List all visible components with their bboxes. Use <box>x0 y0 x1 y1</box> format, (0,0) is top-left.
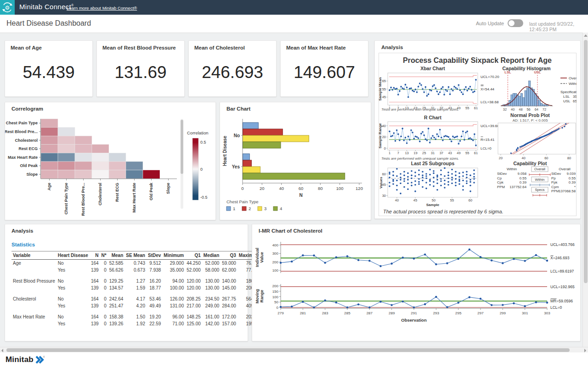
table-row: CholesterolNo1640242.644.1753.46126.0020… <box>11 296 261 302</box>
page-header: Heart Disease Dashboard Auto Update last… <box>0 15 588 33</box>
kpi-label: Mean of Max Heart Rate <box>286 45 346 50</box>
column-header: SE Mean <box>124 251 147 260</box>
svg-text:100: 100 <box>336 186 344 191</box>
svg-text:Within: Within <box>569 82 577 86</box>
minitab-chevron-icon: ® <box>35 356 45 364</box>
svg-text:Individual: Individual <box>255 248 260 267</box>
column-header: Minimum <box>162 251 185 260</box>
svg-text:Tests are performed with unequ: Tests are performed with unequal sample … <box>381 107 459 112</box>
svg-text:The actual process spread is r: The actual process spread is represented… <box>383 209 503 214</box>
svg-text:Last 25 Subgroups: Last 25 Subgroups <box>411 161 455 166</box>
dashboard-page: ⚙ Minitab Connect® Learn more about Mini… <box>0 0 588 368</box>
table-row: Yes1390139.261.9222.5971.00125.00142.001… <box>11 320 261 327</box>
svg-text:Within: Within <box>507 167 517 171</box>
svg-text:55: 55 <box>465 151 469 155</box>
svg-text:45: 45 <box>382 95 386 99</box>
panel-imr-chart: I-MR Chart of Cholesterol 100200300400UC… <box>252 224 581 341</box>
svg-text:60: 60 <box>382 172 386 176</box>
svg-text:®: ® <box>43 356 45 358</box>
svg-text:⚙: ⚙ <box>5 5 10 11</box>
sync-gear-icon: ⚙ <box>1 1 13 13</box>
svg-text:Cpm: Cpm <box>551 185 559 189</box>
svg-text:Specs: Specs <box>535 188 545 192</box>
svg-text:300: 300 <box>272 251 279 256</box>
svg-text:281: 281 <box>300 311 306 315</box>
horizontal-scroll-thumb[interactable] <box>6 348 570 352</box>
minitab-connect-logo[interactable]: ⚙ <box>0 0 15 15</box>
svg-text:Tests are performed with unequ: Tests are performed with unequal sample … <box>381 156 459 161</box>
svg-text:Specifications: Specifications <box>560 90 577 94</box>
svg-text:60: 60 <box>299 186 304 191</box>
panel-sixpack-analysis: Analysis Process Capability Sixpack Repo… <box>374 40 581 219</box>
correlogram-scroll-thumb[interactable] <box>181 120 183 174</box>
svg-text:Cholesterol: Cholesterol <box>98 183 103 206</box>
svg-text:Overall: Overall <box>534 167 545 171</box>
statistics-heading[interactable]: Statistics <box>11 242 35 247</box>
auto-update-toggle[interactable] <box>508 19 523 27</box>
svg-text:Yes: Yes <box>232 164 240 169</box>
svg-text:*: * <box>574 185 576 189</box>
panel-title: I-MR Chart of Cholesterol <box>259 228 322 234</box>
svg-text:49: 49 <box>457 151 460 155</box>
svg-text:Capability Plot: Capability Plot <box>514 161 547 166</box>
svg-text:LSL: LSL <box>563 95 570 99</box>
svg-text:0.55: 0.55 <box>520 176 527 180</box>
svg-text:0: 0 <box>277 306 279 310</box>
top-bar: ⚙ Minitab Connect® Learn more about Mini… <box>0 0 588 15</box>
svg-text:0.39: 0.39 <box>520 180 526 184</box>
svg-text:7: 7 <box>397 151 399 155</box>
svg-text:293: 293 <box>433 311 440 315</box>
kpi-value: 54.439 <box>5 63 92 82</box>
scroll-left-arrow[interactable] <box>1 349 3 352</box>
svg-text:40: 40 <box>382 124 386 128</box>
svg-text:Observation: Observation <box>401 318 427 323</box>
svg-text:Ppk: Ppk <box>551 180 558 184</box>
svg-text:LSL: LSL <box>504 70 511 74</box>
svg-text:AD: 1.517, P: < 0.005: AD: 1.517, P: < 0.005 <box>513 118 548 123</box>
svg-text:X=246.693: X=246.693 <box>550 256 570 260</box>
table-row: Max Heart RateNo1640158.381.5019.2096.00… <box>11 313 261 320</box>
column-header: N <box>90 251 100 260</box>
learn-more-link[interactable]: Learn more about Minitab Connect® <box>67 6 137 11</box>
svg-text:61: 61 <box>474 151 478 155</box>
svg-text:3: 3 <box>264 206 266 211</box>
svg-text:Values: Values <box>379 177 383 189</box>
svg-text:Heart Disease: Heart Disease <box>222 135 227 166</box>
svg-text:R Chart: R Chart <box>424 115 441 120</box>
vertical-scroll-thumb[interactable] <box>584 40 588 283</box>
svg-text:Sample Mean: Sample Mean <box>379 77 382 100</box>
svg-text:19: 19 <box>413 151 417 155</box>
svg-text:60: 60 <box>544 156 548 160</box>
svg-text:37: 37 <box>440 151 443 155</box>
svg-text:200: 200 <box>272 260 279 264</box>
column-header: N* <box>100 251 108 260</box>
svg-text:299: 299 <box>500 311 506 315</box>
svg-text:Old Peak: Old Peak <box>20 163 38 168</box>
statistics-table: VariableHeart DiseaseNN*MeanSE MeanStDev… <box>11 251 261 327</box>
toggle-knob <box>509 20 514 26</box>
svg-text:0: 0 <box>200 167 203 172</box>
svg-text:9.058: 9.058 <box>517 172 526 176</box>
table-row: Yes1390251.474.2049.49131.00217.00249.00… <box>11 302 261 309</box>
table-row: Rest Blood PressureNo1640129.251.2716.20… <box>11 278 261 284</box>
svg-text:55: 55 <box>382 87 386 91</box>
svg-text:Sample Range: Sample Range <box>379 123 382 149</box>
svg-text:301: 301 <box>522 311 528 315</box>
svg-text:0.5: 0.5 <box>200 140 206 145</box>
vertical-scrollbar[interactable] <box>582 33 588 347</box>
panel-statistics: Analysis Statistics VariableHeart Diseas… <box>5 224 248 341</box>
kpi-label: Mean of Cholesterol <box>194 45 245 50</box>
svg-text:0: 0 <box>241 186 243 191</box>
svg-text:Value: Value <box>260 252 264 263</box>
scroll-right-arrow[interactable] <box>584 349 586 352</box>
column-header: Median <box>202 251 220 260</box>
svg-text:Rest ECG: Rest ECG <box>115 183 120 202</box>
svg-text:283: 283 <box>322 311 328 315</box>
column-header: Mean <box>108 251 125 260</box>
svg-text:0.55: 0.55 <box>569 176 576 180</box>
scroll-up-arrow[interactable] <box>584 34 588 37</box>
svg-text:UCL=192.965: UCL=192.965 <box>550 284 575 289</box>
svg-text:40: 40 <box>511 107 514 112</box>
svg-text:32: 32 <box>503 107 507 112</box>
svg-text:Slope: Slope <box>166 183 171 194</box>
